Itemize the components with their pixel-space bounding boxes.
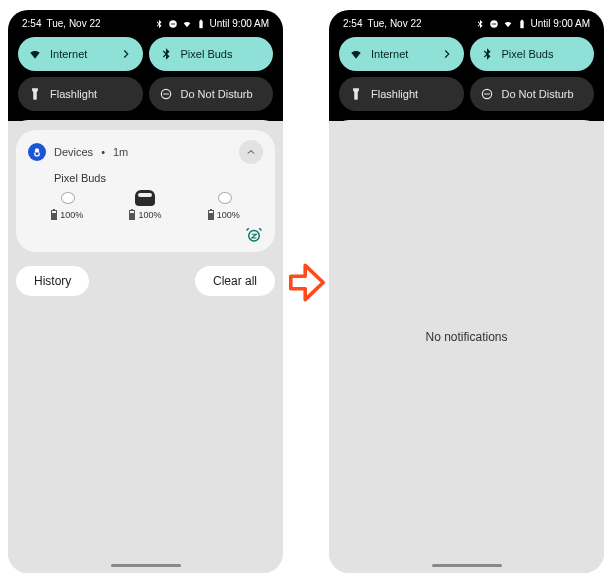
bluetooth-icon (475, 19, 485, 29)
notification-shade: Devices • 1m Pixel Buds 100% 100% (8, 120, 283, 573)
chevron-right-icon (119, 47, 133, 61)
notification-age: 1m (113, 146, 128, 158)
flashlight-icon (28, 87, 42, 101)
wifi-icon (182, 19, 192, 29)
battery-row: 100% 100% 100% (28, 190, 263, 220)
bluetooth-icon (154, 19, 164, 29)
qs-tile-label: Internet (50, 48, 111, 60)
qs-tile-internet[interactable]: Internet (339, 37, 464, 71)
devices-app-icon (28, 143, 46, 161)
qs-tile-label: Pixel Buds (502, 48, 585, 60)
notification-shade: No notifications (329, 120, 604, 573)
gesture-handle[interactable] (111, 564, 181, 567)
qs-tile-label: Do Not Disturb (181, 88, 264, 100)
quick-settings-grid: Internet Pixel Buds Flashlight Do Not Di… (16, 35, 275, 113)
history-button[interactable]: History (16, 266, 89, 296)
clear-all-button[interactable]: Clear all (195, 266, 275, 296)
battery-percent: 100% (217, 210, 240, 220)
battery-icon (51, 210, 57, 220)
quick-settings-panel: 2:54 Tue, Nov 22 Until 9:00 AM Internet … (329, 10, 604, 121)
qs-tile-pixel-buds[interactable]: Pixel Buds (149, 37, 274, 71)
svg-rect-1 (170, 23, 174, 24)
status-time: 2:54 (343, 18, 362, 29)
qs-tile-label: Flashlight (50, 88, 133, 100)
qs-tile-flashlight[interactable]: Flashlight (339, 77, 464, 111)
qs-tile-label: Pixel Buds (181, 48, 264, 60)
qs-tile-dnd[interactable]: Do Not Disturb (149, 77, 274, 111)
wifi-icon (349, 47, 363, 61)
phone-screen-after: 2:54 Tue, Nov 22 Until 9:00 AM Internet … (329, 10, 604, 573)
chevron-right-icon (440, 47, 454, 61)
wifi-icon (503, 19, 513, 29)
right-earbud-status: 100% (208, 190, 240, 220)
collapse-button[interactable] (239, 140, 263, 164)
battery-percent: 100% (60, 210, 83, 220)
qs-tile-pixel-buds[interactable]: Pixel Buds (470, 37, 595, 71)
quick-settings-panel: 2:54 Tue, Nov 22 Until 9:00 AM Internet … (8, 10, 283, 121)
phone-screen-before: 2:54 Tue, Nov 22 Until 9:00 AM Internet … (8, 10, 283, 573)
notification-title: Pixel Buds (54, 172, 263, 184)
wifi-icon (28, 47, 42, 61)
status-bar: 2:54 Tue, Nov 22 Until 9:00 AM (16, 16, 275, 35)
quick-settings-grid: Internet Pixel Buds Flashlight Do Not Di… (337, 35, 596, 113)
qs-tile-flashlight[interactable]: Flashlight (18, 77, 143, 111)
dnd-status-icon (489, 19, 499, 29)
qs-tile-internet[interactable]: Internet (18, 37, 143, 71)
bluetooth-icon (159, 47, 173, 61)
no-notifications-label: No notifications (337, 330, 596, 344)
status-bar: 2:54 Tue, Nov 22 Until 9:00 AM (337, 16, 596, 35)
case-status: 100% (129, 190, 161, 220)
battery-icon (208, 210, 214, 220)
qs-tile-label: Internet (371, 48, 432, 60)
left-earbud-icon (55, 190, 79, 206)
battery-icon (517, 19, 527, 29)
history-label: History (34, 274, 71, 288)
notification-app-name: Devices (54, 146, 93, 158)
dnd-status-icon (168, 19, 178, 29)
status-date: Tue, Nov 22 (367, 18, 421, 29)
right-earbud-icon (212, 190, 236, 206)
chevron-up-icon (245, 146, 257, 158)
case-icon (135, 190, 155, 206)
gesture-handle[interactable] (432, 564, 502, 567)
notification-header: Devices • 1m (28, 140, 263, 164)
status-alarm-label: Until 9:00 AM (531, 18, 590, 29)
qs-tile-label: Do Not Disturb (502, 88, 585, 100)
transition-arrow-icon (289, 260, 325, 310)
status-alarm-label: Until 9:00 AM (210, 18, 269, 29)
snooze-icon[interactable] (245, 226, 263, 244)
battery-icon (129, 210, 135, 220)
dnd-icon (480, 87, 494, 101)
battery-icon (196, 19, 206, 29)
qs-tile-label: Flashlight (371, 88, 454, 100)
status-date: Tue, Nov 22 (46, 18, 100, 29)
flashlight-icon (349, 87, 363, 101)
battery-percent: 100% (138, 210, 161, 220)
shade-actions: History Clear all (16, 266, 275, 296)
qs-tile-dnd[interactable]: Do Not Disturb (470, 77, 595, 111)
status-time: 2:54 (22, 18, 41, 29)
bluetooth-icon (480, 47, 494, 61)
dnd-icon (159, 87, 173, 101)
left-earbud-status: 100% (51, 190, 83, 220)
notification-separator: • (101, 146, 105, 158)
svg-rect-6 (491, 23, 495, 24)
clear-all-label: Clear all (213, 274, 257, 288)
notification-card-devices[interactable]: Devices • 1m Pixel Buds 100% 100% (16, 130, 275, 252)
